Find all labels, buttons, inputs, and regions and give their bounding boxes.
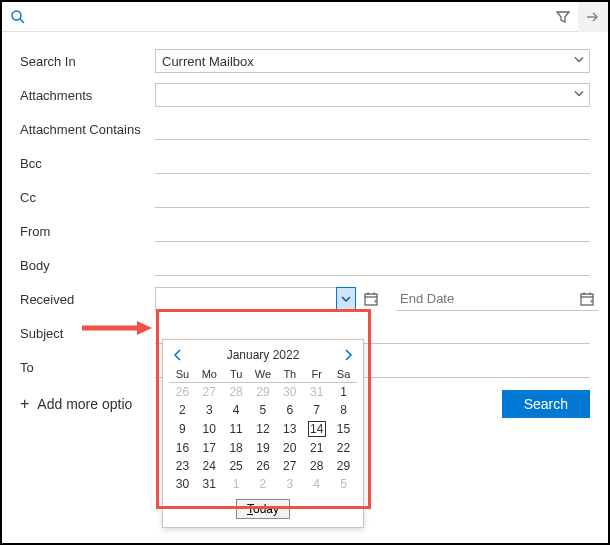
calendar-day[interactable]: 13 — [276, 419, 303, 439]
input-from[interactable] — [155, 220, 590, 242]
calendar-day[interactable]: 7 — [303, 401, 330, 419]
calendar-day[interactable]: 3 — [276, 475, 303, 493]
calendar-day[interactable]: 3 — [196, 401, 223, 419]
row-from: From — [20, 214, 590, 248]
search-input[interactable] — [26, 5, 548, 28]
calendar-day[interactable]: 21 — [303, 439, 330, 457]
calendar-day[interactable]: 30 — [169, 475, 196, 493]
calendar-dow: We — [250, 366, 277, 383]
calendar-day[interactable]: 15 — [330, 419, 357, 439]
calendar-next-button[interactable] — [339, 346, 357, 364]
label-bcc: Bcc — [20, 156, 155, 171]
input-end-date[interactable] — [396, 288, 572, 310]
calendar-day[interactable]: 31 — [196, 475, 223, 493]
svg-point-0 — [12, 11, 21, 20]
calendar-day[interactable]: 9 — [169, 419, 196, 439]
filter-icon[interactable] — [548, 2, 578, 32]
submit-arrow-icon[interactable] — [578, 2, 608, 32]
topbar — [2, 2, 608, 32]
calendar-day[interactable]: 28 — [303, 457, 330, 475]
calendar-day[interactable]: 4 — [223, 401, 250, 419]
svg-line-1 — [20, 19, 24, 23]
calendar-dow: Th — [276, 366, 303, 383]
calendar-day[interactable]: 8 — [330, 401, 357, 419]
calendar-prev-button[interactable] — [169, 346, 187, 364]
calendar-day[interactable]: 12 — [250, 419, 277, 439]
calendar-day[interactable]: 10 — [196, 419, 223, 439]
calendar-day[interactable]: 26 — [169, 383, 196, 402]
today-button[interactable]: Today — [236, 499, 290, 519]
calendar-icon[interactable]: + — [360, 288, 382, 310]
calendar-day[interactable]: 17 — [196, 439, 223, 457]
label-subject: Subject — [20, 326, 155, 341]
row-body: Body — [20, 248, 590, 282]
calendar-day[interactable]: 27 — [276, 457, 303, 475]
date-picker-popup: January 2022 SuMoTuWeThFrSa 262728293031… — [162, 339, 364, 528]
advanced-search-panel: Search In Current Mailbox Attachments — [0, 0, 610, 545]
calendar-day[interactable]: 1 — [330, 383, 357, 402]
calendar-day[interactable]: 24 — [196, 457, 223, 475]
row-attachment-contains: Attachment Contains — [20, 112, 590, 146]
search-button[interactable]: Search — [502, 390, 590, 418]
calendar-day[interactable]: 20 — [276, 439, 303, 457]
calendar-day[interactable]: 26 — [250, 457, 277, 475]
calendar-day[interactable]: 14 — [303, 419, 330, 439]
calendar-day[interactable]: 1 — [223, 475, 250, 493]
search-icon — [10, 9, 26, 25]
row-attachments: Attachments — [20, 78, 590, 112]
input-cc[interactable] — [155, 186, 590, 208]
dropdown-search-in-value: Current Mailbox — [162, 54, 254, 69]
chevron-down-icon — [573, 88, 585, 103]
start-date-field: + — [155, 287, 382, 311]
calendar-day[interactable]: 18 — [223, 439, 250, 457]
calendar-dow: Su — [169, 366, 196, 383]
calendar-day[interactable]: 2 — [250, 475, 277, 493]
calendar-day[interactable]: 11 — [223, 419, 250, 439]
calendar-day[interactable]: 22 — [330, 439, 357, 457]
calendar-day[interactable]: 30 — [276, 383, 303, 402]
calendar-day[interactable]: 16 — [169, 439, 196, 457]
label-attachments: Attachments — [20, 88, 155, 103]
input-attachment-contains[interactable] — [155, 118, 590, 140]
calendar-dow: Mo — [196, 366, 223, 383]
input-start-date[interactable] — [155, 287, 337, 311]
label-received: Received — [20, 292, 155, 307]
label-to: To — [20, 360, 155, 375]
row-search-in: Search In Current Mailbox — [20, 44, 590, 78]
add-more-options-button[interactable]: + Add more optio — [20, 395, 132, 413]
calendar-day[interactable]: 5 — [330, 475, 357, 493]
calendar-grid: SuMoTuWeThFrSa 2627282930311234567891011… — [169, 366, 357, 493]
calendar-day[interactable]: 19 — [250, 439, 277, 457]
label-search-in: Search In — [20, 54, 155, 69]
calendar-day[interactable]: 5 — [250, 401, 277, 419]
add-more-label: Add more optio — [37, 396, 132, 412]
calendar-day[interactable]: 23 — [169, 457, 196, 475]
chevron-down-icon — [573, 54, 585, 69]
row-received: Received + + — [20, 282, 590, 316]
input-body[interactable] — [155, 254, 590, 276]
plus-icon: + — [20, 395, 29, 413]
row-bcc: Bcc — [20, 146, 590, 180]
dropdown-attachments[interactable] — [155, 83, 590, 107]
calendar-day[interactable]: 25 — [223, 457, 250, 475]
svg-text:+: + — [590, 298, 594, 305]
calendar-day[interactable]: 6 — [276, 401, 303, 419]
end-date-field: + — [396, 287, 598, 311]
start-date-dropdown-button[interactable] — [336, 287, 356, 311]
input-bcc[interactable] — [155, 152, 590, 174]
calendar-day[interactable]: 27 — [196, 383, 223, 402]
calendar-day[interactable]: 29 — [250, 383, 277, 402]
calendar-day[interactable]: 28 — [223, 383, 250, 402]
calendar-day[interactable]: 2 — [169, 401, 196, 419]
label-from: From — [20, 224, 155, 239]
calendar-dow: Sa — [330, 366, 357, 383]
calendar-day[interactable]: 4 — [303, 475, 330, 493]
dropdown-search-in[interactable]: Current Mailbox — [155, 49, 590, 73]
calendar-title[interactable]: January 2022 — [227, 348, 300, 362]
calendar-day[interactable]: 31 — [303, 383, 330, 402]
calendar-icon[interactable]: + — [576, 288, 598, 310]
calendar-day[interactable]: 29 — [330, 457, 357, 475]
calendar-dow: Fr — [303, 366, 330, 383]
row-cc: Cc — [20, 180, 590, 214]
svg-text:+: + — [374, 298, 378, 305]
